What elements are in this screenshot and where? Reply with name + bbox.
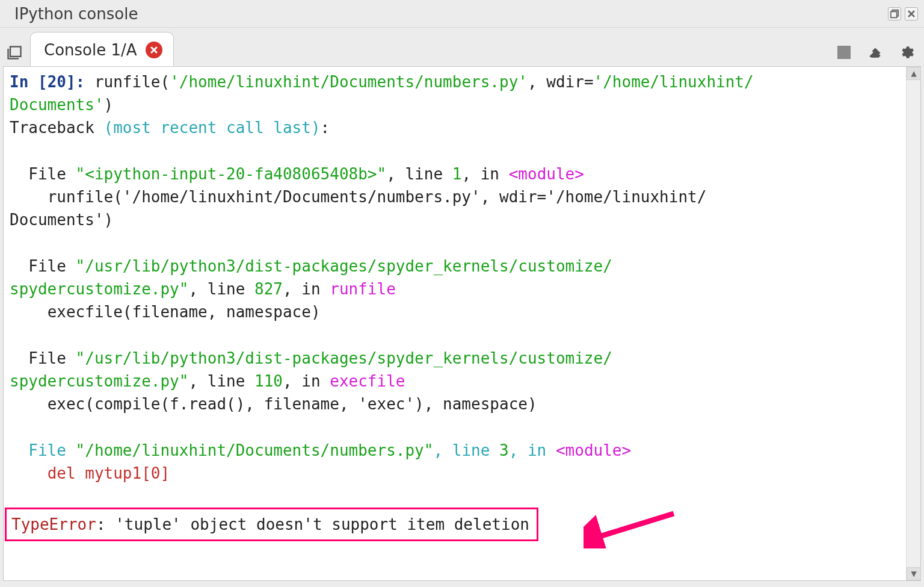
console-toolbar — [835, 43, 916, 61]
frame-3: File "/usr/lib/python3/dist-packages/spy… — [10, 349, 612, 390]
console-scroll-area[interactable]: In [20]: runfile('/home/linuxhint/Docume… — [3, 66, 921, 581]
scroll-down-icon[interactable]: ▼ — [907, 567, 921, 580]
frame-2: File "/usr/lib/python3/dist-packages/spy… — [10, 257, 612, 298]
window-buttons — [888, 7, 918, 20]
prompt-count: 20 — [48, 73, 66, 91]
frame-1: File "<ipython-input-20-fa408065408b>", … — [28, 165, 584, 183]
console-output[interactable]: In [20]: runfile('/home/linuxhint/Docume… — [4, 67, 906, 580]
scroll-up-icon[interactable]: ▲ — [907, 67, 921, 80]
options-gear-icon[interactable] — [898, 43, 916, 61]
tab-close-icon[interactable] — [146, 42, 162, 58]
stop-button[interactable] — [835, 43, 853, 61]
svg-rect-0 — [891, 11, 897, 17]
prompt-in: In — [10, 73, 28, 91]
error-type: TypeError — [11, 515, 96, 533]
restore-window-icon[interactable] — [888, 7, 901, 20]
ipython-console-panel: IPython console Console 1/A — [0, 0, 924, 587]
panel-title: IPython console — [14, 5, 138, 23]
tab-console-1a[interactable]: Console 1/A — [30, 32, 174, 67]
frame-4: File "/home/linuxhint/Documents/numbers.… — [28, 441, 631, 459]
tab-row: Console 1/A — [0, 28, 924, 66]
stop-icon — [837, 46, 851, 59]
traceback-head: Traceback (most recent call last): — [10, 119, 330, 137]
tab-label: Console 1/A — [44, 41, 137, 59]
console-body: In [20]: runfile('/home/linuxhint/Docume… — [0, 66, 924, 587]
browse-tabs-button[interactable] — [2, 41, 26, 65]
vertical-scrollbar[interactable]: ▲ ▼ — [906, 67, 920, 580]
error-highlight-box: TypeError: 'tuple' object doesn't suppor… — [5, 508, 538, 541]
panel-titlebar: IPython console — [0, 0, 924, 28]
error-message: : 'tuple' object doesn't support item de… — [96, 515, 529, 533]
clear-button[interactable] — [866, 43, 884, 61]
close-panel-icon[interactable] — [905, 7, 918, 20]
svg-rect-1 — [10, 47, 21, 57]
